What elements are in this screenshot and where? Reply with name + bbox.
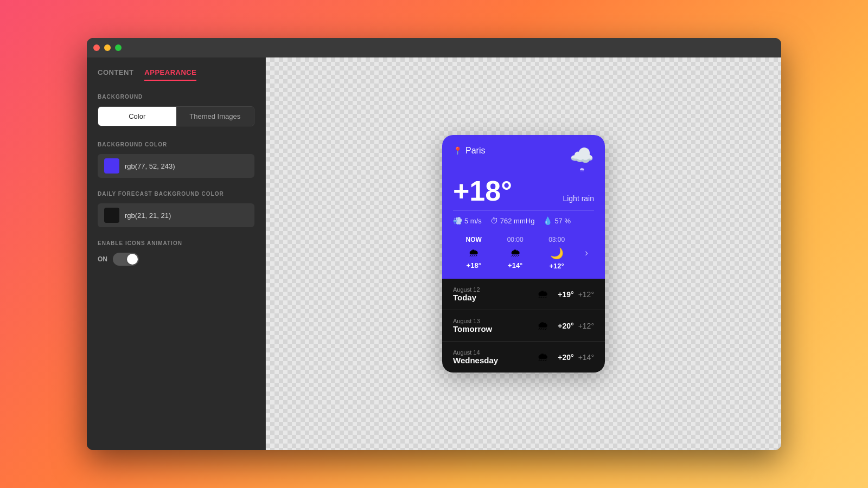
daily-row-2: August 14 Wednesday 🌧 +20° +14° — [442, 342, 605, 373]
hourly-col-2: 03:00 🌙 +12° — [536, 236, 577, 270]
maximize-button[interactable] — [115, 44, 122, 51]
weather-top: 📍 Paris ☁️ 🌧 +18° Light rain — [442, 135, 605, 236]
bg-color-value: rgb(77, 52, 243) — [125, 162, 175, 170]
hourly-section: NOW 🌧 +18° 00:00 🌧 +14° 03:00 🌙 + — [442, 236, 605, 279]
hourly-temp-1: +14° — [494, 261, 535, 269]
bg-toggle-themed[interactable]: Themed Images — [176, 107, 254, 126]
animation-label: ENABLE ICONS ANIMATION — [98, 240, 254, 246]
top-weather-icon: ☁️ — [570, 146, 594, 165]
hourly-row: NOW 🌧 +18° 00:00 🌧 +14° 03:00 🌙 + — [453, 236, 594, 270]
daily-date-col-2: August 14 Wednesday — [453, 349, 528, 365]
daily-temps-0: +19° +12° — [558, 290, 594, 299]
hourly-col-1: 00:00 🌧 +14° — [494, 236, 535, 270]
canvas-area: 📍 Paris ☁️ 🌧 +18° Light rain — [266, 57, 781, 450]
hourly-col-0: NOW 🌧 +18° — [453, 236, 494, 270]
location-pin-icon: 📍 — [453, 146, 462, 155]
background-section: BACKGROUND Color Themed Images — [98, 94, 254, 126]
hourly-temp-2: +12° — [536, 262, 577, 270]
daily-day-1: Tomorrow — [453, 324, 528, 333]
temperature-row: +18° Light rain — [453, 177, 594, 205]
daily-temps-2: +20° +14° — [558, 353, 594, 362]
app-window: CONTENT APPEARANCE BACKGROUND Color Them… — [87, 38, 781, 450]
wind-icon: 💨 — [453, 216, 462, 225]
tab-content[interactable]: CONTENT — [98, 68, 133, 81]
hourly-time-2: 03:00 — [536, 236, 577, 243]
close-button[interactable] — [93, 44, 100, 51]
daily-bg-color-row[interactable]: rgb(21, 21, 21) — [98, 203, 254, 227]
daily-high-0: +19° — [558, 290, 573, 299]
tab-appearance[interactable]: APPEARANCE — [144, 68, 196, 81]
weather-widget: 📍 Paris ☁️ 🌧 +18° Light rain — [442, 135, 605, 373]
daily-icon-1: 🌧 — [537, 319, 549, 333]
humidity-value: 57 % — [554, 217, 571, 225]
daily-bg-color-swatch — [104, 208, 119, 223]
daily-date-col-0: August 12 Today — [453, 286, 528, 302]
hourly-icon-2: 🌙 — [536, 247, 577, 260]
daily-date-1: August 13 — [453, 318, 528, 324]
daily-high-2: +20° — [558, 353, 573, 362]
rain-drop-icon: 🌧 — [570, 166, 594, 172]
daily-bg-color-label: DAILY FORECAST BACKGROUND COLOR — [98, 191, 254, 197]
daily-row-1: August 13 Tomorrow 🌧 +20° +12° — [442, 310, 605, 342]
minimize-button[interactable] — [104, 44, 111, 51]
left-panel: CONTENT APPEARANCE BACKGROUND Color Them… — [87, 57, 266, 450]
hourly-icon-0: 🌧 — [453, 247, 494, 259]
top-weather-icon-container: ☁️ 🌧 — [570, 146, 594, 172]
hourly-icon-1: 🌧 — [494, 247, 535, 259]
hourly-next-arrow[interactable]: › — [577, 236, 594, 270]
bg-color-row[interactable]: rgb(77, 52, 243) — [98, 154, 254, 178]
weather-details-row: 💨 5 m/s ⏱ 762 mmHg 💧 57 % — [453, 210, 594, 225]
daily-row-0: August 12 Today 🌧 +19° +12° — [442, 279, 605, 310]
window-content: CONTENT APPEARANCE BACKGROUND Color Them… — [87, 57, 781, 450]
daily-temps-1: +20° +12° — [558, 322, 594, 330]
daily-day-2: Wednesday — [453, 356, 528, 365]
bg-color-swatch — [104, 158, 119, 174]
daily-bg-color-value: rgb(21, 21, 21) — [125, 211, 171, 220]
bg-color-label: BACKGROUND COLOR — [98, 142, 254, 147]
daily-icon-2: 🌧 — [537, 350, 549, 364]
daily-high-1: +20° — [558, 322, 573, 330]
background-toggle-group: Color Themed Images — [98, 106, 254, 126]
tabs: CONTENT APPEARANCE — [98, 68, 254, 81]
background-label: BACKGROUND — [98, 94, 254, 100]
daily-low-0: +12° — [578, 290, 594, 299]
hourly-temp-0: +18° — [453, 261, 494, 269]
daily-low-1: +12° — [578, 322, 594, 330]
bg-toggle-color[interactable]: Color — [98, 107, 176, 126]
weather-condition: Light rain — [563, 194, 594, 205]
toggle-knob — [127, 254, 138, 265]
main-temperature: +18° — [453, 177, 512, 205]
hourly-time-0: NOW — [453, 236, 494, 243]
title-bar — [87, 38, 781, 57]
animation-on-label: ON — [98, 255, 107, 263]
daily-date-col-1: August 13 Tomorrow — [453, 318, 528, 333]
wind-value: 5 m/s — [464, 217, 482, 225]
daily-bg-color-section: DAILY FORECAST BACKGROUND COLOR rgb(21, … — [98, 191, 254, 227]
hourly-time-1: 00:00 — [494, 236, 535, 243]
humidity-icon: 💧 — [543, 216, 552, 225]
animation-toggle-row: ON — [98, 253, 254, 266]
pressure-value: 762 mmHg — [500, 217, 535, 225]
pressure-detail: ⏱ 762 mmHg — [490, 216, 535, 225]
daily-section: August 12 Today 🌧 +19° +12° August 13 To… — [442, 279, 605, 373]
city-name: 📍 Paris — [453, 146, 485, 156]
humidity-detail: 💧 57 % — [543, 216, 571, 225]
pressure-icon: ⏱ — [490, 216, 498, 225]
daily-date-0: August 12 — [453, 286, 528, 293]
daily-low-2: +14° — [578, 353, 594, 362]
wind-detail: 💨 5 m/s — [453, 216, 482, 225]
daily-day-0: Today — [453, 293, 528, 302]
animation-section: ENABLE ICONS ANIMATION ON — [98, 240, 254, 266]
city-label: Paris — [465, 146, 485, 156]
animation-toggle[interactable] — [113, 253, 139, 266]
next-arrow-icon: › — [579, 237, 594, 269]
daily-date-2: August 14 — [453, 349, 528, 356]
weather-header: 📍 Paris ☁️ 🌧 — [453, 146, 594, 172]
daily-icon-0: 🌧 — [537, 287, 549, 301]
bg-color-section: BACKGROUND COLOR rgb(77, 52, 243) — [98, 142, 254, 178]
